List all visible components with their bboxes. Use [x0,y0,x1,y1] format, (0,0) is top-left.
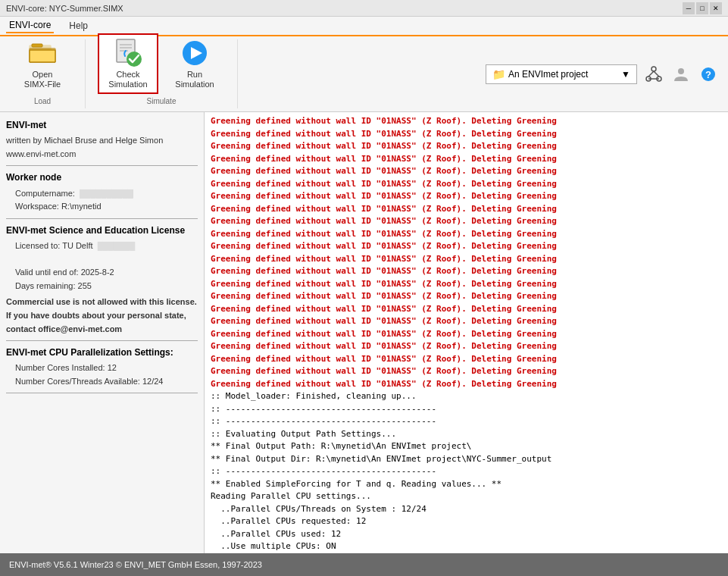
left-panel: ENVI-met written by Michael Bruse and He… [0,112,205,553]
cpu-title: ENVI-met CPU Parallelization Settings: [6,346,198,360]
open-simx-label: Open SIMX-File [20,70,65,89]
divider-3 [6,340,198,341]
main-content: ENVI-met written by Michael Bruse and He… [0,112,728,553]
menu-item-help[interactable]: Help [66,19,91,33]
license-warning: Commercial use is not allowed with this … [6,296,198,336]
cores-installed-row: Number Cores Installed: 12 [6,362,198,375]
log-line-red-7: Greening defined without wall ID "01NASS… [211,190,722,203]
log-line-red-18: Greening defined without wall ID "01NASS… [211,328,722,341]
log-line-red-10: Greening defined without wall ID "01NASS… [211,228,722,241]
log-line-red-13: Greening defined without wall ID "01NASS… [211,265,722,278]
log-line-red-21: Greening defined without wall ID "01NASS… [211,365,722,378]
log-line-red-1: Greening defined without wall ID "01NASS… [211,115,722,128]
log-model-loader: :: Model_loader: Finished, cleaning up..… [211,390,722,403]
log-divider-1: :: -------------------------------------… [211,403,722,416]
menu-item-envi-core[interactable]: ENVI-core [6,18,54,33]
log-line-red-5: Greening defined without wall ID "01NASS… [211,165,722,178]
log-line-red-4: Greening defined without wall ID "01NASS… [211,153,722,166]
days-remaining-row: Days remaining: 255 [6,280,198,293]
check-simulation-button[interactable]: Check Simulation [98,33,158,94]
simulate-buttons: Check Simulation Run Simulation [98,33,225,94]
log-panel[interactable]: Greening defined without wall ID "01NASS… [205,112,728,553]
log-line-red-3: Greening defined without wall ID "01NASS… [211,140,722,153]
svg-rect-2 [30,50,55,62]
svg-point-11 [651,67,656,71]
spacer1 [6,253,198,267]
license-section: ENVI-met Science and Education License L… [6,224,198,293]
folder-icon: 📁 [492,68,505,80]
svg-line-15 [654,71,659,77]
close-button[interactable]: ✕ [710,2,722,14]
envi-met-section: ENVI-met written by Michael Bruse and He… [6,118,198,161]
load-buttons: Open SIMX-File [12,33,73,94]
log-line-red-22: Greening defined without wall ID "01NASS… [211,378,722,391]
status-bar: ENVI-met® V5.6.1 Winter23 © ENVI_MET Gmb… [0,553,728,576]
log-eval-output: :: Evaluating Output Path Settings... [211,428,722,441]
workspace-row: Workspace: R:\mynetid [6,200,198,214]
divider-4 [6,393,198,393]
check-simulation-icon [113,38,143,68]
user-icon-button[interactable] [670,64,692,85]
status-bar-text: ENVI-met® V5.6.1 Winter23 © ENVI_MET Gmb… [9,560,262,569]
toolbar-group-simulate: Check Simulation Run Simulation Simulate [86,39,238,108]
computername-row: Computername: ██████████ [6,187,198,201]
log-reading-parallel: Reading Parallel CPU settings... [211,490,722,503]
log-line-red-16: Greening defined without wall ID "01NASS… [211,303,722,316]
log-parallel-requested: ..Parallel CPUs requested: 12 [211,515,722,528]
log-line-red-19: Greening defined without wall ID "01NASS… [211,340,722,353]
svg-line-14 [648,71,654,77]
dropdown-chevron-icon: ▼ [621,69,630,80]
svg-rect-3 [32,44,42,47]
log-line-red-12: Greening defined without wall ID "01NASS… [211,253,722,266]
licensed-to-row: Licensed to: TU Delft ███████ [6,239,198,253]
log-line-red-15: Greening defined without wall ID "01NASS… [211,290,722,303]
log-parallel-used: ..Parallel CPUs used: 12 [211,528,722,541]
log-output-dir: ** Final Output Dir: R:\mynetid\An ENVIm… [211,453,722,466]
toolbar-right: 📁 An ENVImet project ▼ ? [476,39,728,108]
svg-point-17 [678,68,684,74]
help-icon-button[interactable]: ? [698,64,719,85]
open-simx-icon [27,38,58,68]
toolbar: Open SIMX-File Load [0,36,728,112]
toolbar-group-load: Open SIMX-File Load [0,39,86,108]
valid-until-row: Valid until end of: 2025-8-2 [6,266,198,280]
log-line-red-8: Greening defined without wall ID "01NASS… [211,203,722,216]
open-simx-button[interactable]: Open SIMX-File [12,33,73,94]
log-line-red-9: Greening defined without wall ID "01NASS… [211,215,722,228]
run-simulation-label: Run Simulation [172,70,217,89]
log-line-red-6: Greening defined without wall ID "01NASS… [211,178,722,191]
title-bar: ENVI-core: NYC-Summer.SIMX ─ □ ✕ [0,0,728,17]
log-line-red-2: Greening defined without wall ID "01NASS… [211,128,722,141]
log-parallel-threads: ..Parallel CPUs/Threads on System : 12/2… [211,503,722,516]
minimize-button[interactable]: ─ [683,2,695,14]
load-group-label: Load [34,97,51,105]
project-dropdown-label: An ENVImet project [508,69,588,80]
network-icon-button[interactable] [643,64,664,85]
envi-met-title: ENVI-met [6,118,198,133]
log-output-path: ** Final Output Path: R:\mynetid\An ENVI… [211,440,722,453]
cores-available-row: Number Cores/Threads Available: 12/24 [6,375,198,389]
log-divider-3: :: -------------------------------------… [211,465,722,478]
log-use-multiple: ..Use multiple CPUs: ON [211,540,722,553]
log-line-red-20: Greening defined without wall ID "01NASS… [211,353,722,366]
license-title: ENVI-met Science and Education License [6,224,198,238]
log-simple-forcing: ** Enabled SimpleForcing for T and q. Re… [211,478,722,491]
envi-met-authors: written by Michael Bruse and Helge Simon [6,134,198,148]
worker-node-title: Worker node [6,171,198,185]
run-simulation-button[interactable]: Run Simulation [164,33,225,94]
simulate-group-label: Simulate [147,97,177,105]
divider-1 [6,165,198,166]
log-line-red-14: Greening defined without wall ID "01NASS… [211,278,722,291]
project-dropdown[interactable]: 📁 An ENVImet project ▼ [486,64,637,84]
run-simulation-icon [180,38,210,68]
envi-met-website: www.envi-met.com [6,148,198,161]
check-simulation-label: Check Simulation [105,70,151,89]
divider-2 [6,218,198,219]
svg-text:?: ? [705,69,711,80]
log-line-red-11: Greening defined without wall ID "01NASS… [211,240,722,253]
worker-node-section: Worker node Computername: ██████████ Wor… [6,171,198,213]
log-divider-2: :: -------------------------------------… [211,415,722,428]
restore-button[interactable]: □ [696,2,708,14]
title-bar-text: ENVI-core: NYC-Summer.SIMX [6,4,123,13]
cpu-section: ENVI-met CPU Parallelization Settings: N… [6,346,198,388]
